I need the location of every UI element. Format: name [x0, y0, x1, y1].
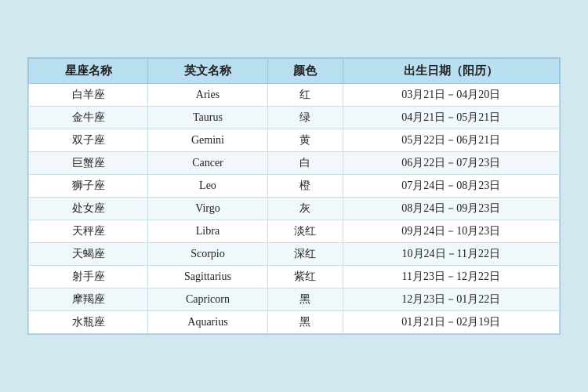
- cell-r1-c1: Taurus: [148, 107, 267, 129]
- cell-r4-c0: 狮子座: [29, 175, 148, 198]
- cell-r9-c1: Capricorn: [148, 289, 267, 311]
- cell-r10-c2: 黑: [267, 311, 343, 334]
- cell-r3-c3: 06月22日－07月23日: [343, 152, 559, 175]
- cell-r2-c1: Gemini: [148, 129, 267, 152]
- table-row: 巨蟹座Cancer白06月22日－07月23日: [29, 152, 560, 175]
- cell-r6-c0: 天秤座: [29, 220, 148, 243]
- cell-r3-c2: 白: [267, 152, 343, 175]
- cell-r1-c3: 04月21日－05月21日: [343, 107, 559, 129]
- cell-r4-c3: 07月24日－08月23日: [343, 175, 559, 198]
- table-row: 处女座Virgo灰08月24日－09月23日: [29, 198, 560, 220]
- cell-r0-c0: 白羊座: [29, 84, 148, 107]
- table-row: 射手座Sagittarius紫红11月23日－12月22日: [29, 266, 560, 289]
- table-row: 天秤座Libra淡红09月24日－10月23日: [29, 220, 560, 243]
- header-col-2: 颜色: [267, 59, 343, 84]
- cell-r5-c0: 处女座: [29, 198, 148, 220]
- table-row: 天蝎座Scorpio深红10月24日－11月22日: [29, 243, 560, 266]
- cell-r9-c3: 12月23日－01月22日: [343, 289, 559, 311]
- cell-r2-c3: 05月22日－06月21日: [343, 129, 559, 152]
- cell-r3-c0: 巨蟹座: [29, 152, 148, 175]
- table-header-row: 星座名称英文名称颜色出生日期（阳历）: [29, 59, 560, 84]
- cell-r7-c3: 10月24日－11月22日: [343, 243, 559, 266]
- cell-r2-c2: 黄: [267, 129, 343, 152]
- cell-r1-c0: 金牛座: [29, 107, 148, 129]
- cell-r6-c3: 09月24日－10月23日: [343, 220, 559, 243]
- table-row: 摩羯座Capricorn黑12月23日－01月22日: [29, 289, 560, 311]
- cell-r7-c0: 天蝎座: [29, 243, 148, 266]
- cell-r8-c3: 11月23日－12月22日: [343, 266, 559, 289]
- table-row: 金牛座Taurus绿04月21日－05月21日: [29, 107, 560, 129]
- cell-r7-c2: 深红: [267, 243, 343, 266]
- cell-r5-c1: Virgo: [148, 198, 267, 220]
- cell-r8-c2: 紫红: [267, 266, 343, 289]
- cell-r10-c3: 01月21日－02月19日: [343, 311, 559, 334]
- cell-r2-c0: 双子座: [29, 129, 148, 152]
- cell-r0-c2: 红: [267, 84, 343, 107]
- cell-r6-c1: Libra: [148, 220, 267, 243]
- cell-r10-c0: 水瓶座: [29, 311, 148, 334]
- zodiac-table: 星座名称英文名称颜色出生日期（阳历） 白羊座Aries红03月21日－04月20…: [28, 58, 560, 334]
- table-row: 狮子座Leo橙07月24日－08月23日: [29, 175, 560, 198]
- cell-r8-c1: Sagittarius: [148, 266, 267, 289]
- table-row: 水瓶座Aquarius黑01月21日－02月19日: [29, 311, 560, 334]
- header-col-1: 英文名称: [148, 59, 267, 84]
- cell-r3-c1: Cancer: [148, 152, 267, 175]
- table-row: 白羊座Aries红03月21日－04月20日: [29, 84, 560, 107]
- cell-r1-c2: 绿: [267, 107, 343, 129]
- cell-r5-c2: 灰: [267, 198, 343, 220]
- cell-r5-c3: 08月24日－09月23日: [343, 198, 559, 220]
- table-row: 双子座Gemini黄05月22日－06月21日: [29, 129, 560, 152]
- cell-r4-c1: Leo: [148, 175, 267, 198]
- table-body: 白羊座Aries红03月21日－04月20日金牛座Taurus绿04月21日－0…: [29, 84, 560, 334]
- zodiac-table-wrapper: 星座名称英文名称颜色出生日期（阳历） 白羊座Aries红03月21日－04月20…: [27, 57, 561, 335]
- header-col-0: 星座名称: [29, 59, 148, 84]
- header-col-3: 出生日期（阳历）: [343, 59, 559, 84]
- cell-r0-c1: Aries: [148, 84, 267, 107]
- cell-r10-c1: Aquarius: [148, 311, 267, 334]
- cell-r9-c2: 黑: [267, 289, 343, 311]
- cell-r7-c1: Scorpio: [148, 243, 267, 266]
- cell-r0-c3: 03月21日－04月20日: [343, 84, 559, 107]
- cell-r9-c0: 摩羯座: [29, 289, 148, 311]
- cell-r4-c2: 橙: [267, 175, 343, 198]
- cell-r8-c0: 射手座: [29, 266, 148, 289]
- cell-r6-c2: 淡红: [267, 220, 343, 243]
